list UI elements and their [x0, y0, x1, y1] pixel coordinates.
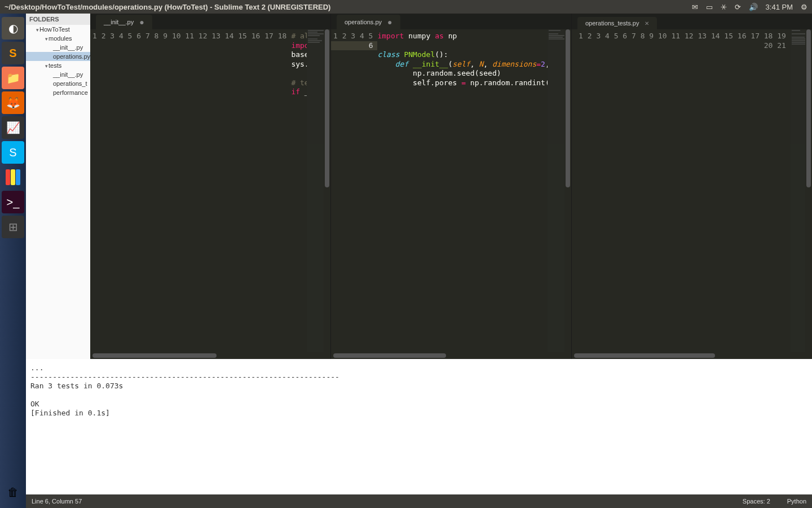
vertical-scrollbar[interactable] — [564, 29, 571, 352]
launcher-colors[interactable] — [2, 166, 24, 189]
menubar: ~/Desktop/HowToTest/modules/operations.p… — [0, 0, 812, 14]
launcher-terminal[interactable]: >_ — [2, 191, 24, 213]
clock[interactable]: 3:41 PM — [766, 3, 793, 11]
vertical-scrollbar[interactable] — [805, 29, 812, 352]
gutter: 1 2 3 4 5 6 7 8 9 10 11 12 13 14 15 16 1… — [572, 29, 791, 352]
volume-icon[interactable]: 🔊 — [749, 3, 758, 11]
launcher-files[interactable]: 📁 — [2, 67, 24, 89]
tabbar: operations.py● — [331, 14, 571, 29]
close-icon[interactable]: ✕ — [645, 20, 649, 27]
horizontal-scrollbar[interactable] — [90, 352, 330, 359]
sidebar-folder-modules[interactable]: ▾modules — [26, 34, 90, 43]
gear-icon[interactable]: ⚙ — [801, 3, 807, 11]
sidebar-file[interactable]: __init__.py — [26, 70, 90, 79]
launcher-skype[interactable]: S — [2, 141, 24, 164]
pane-3: operations_tests.py✕ 1 2 3 4 5 6 7 8 9 1… — [572, 14, 812, 359]
system-tray: ✉ ▭ ⚹ ⟳ 🔊 3:41 PM ⚙ — [692, 2, 807, 11]
launcher-trash[interactable]: 🗑 — [2, 481, 24, 503]
horizontal-scrollbar[interactable] — [572, 352, 812, 359]
pane-1: __init__.py● 1 2 3 4 5 6 7 8 9 10 11 12 … — [90, 14, 331, 359]
sidebar-project[interactable]: ▾HowToTest — [26, 25, 90, 34]
status-syntax[interactable]: Python — [787, 498, 806, 505]
launcher-firefox[interactable]: 🦊 — [2, 91, 24, 114]
vertical-scrollbar[interactable] — [324, 29, 330, 352]
sidebar-file[interactable]: __init__.py — [26, 43, 90, 52]
folder-sidebar: FOLDERS ▾HowToTest ▾modules __init__.py … — [26, 14, 90, 359]
editor-area[interactable]: 1 2 3 4 5 6 7 8 9 10 11 12 13 14 15 16 1… — [90, 29, 330, 352]
launcher-sublime[interactable]: S — [2, 42, 24, 64]
bluetooth-icon[interactable]: ⚹ — [721, 2, 727, 11]
mail-icon[interactable]: ✉ — [692, 3, 698, 11]
tab[interactable]: operations.py● — [337, 15, 400, 29]
editor-main: FOLDERS ▾HowToTest ▾modules __init__.py … — [26, 14, 812, 359]
sidebar-file[interactable]: operations_t — [26, 79, 90, 88]
build-output-panel[interactable]: ... ------------------------------------… — [26, 359, 812, 494]
tab[interactable]: __init__.py● — [96, 15, 152, 29]
status-position: Line 6, Column 57 — [32, 498, 82, 505]
launcher-dash[interactable]: ◐ — [2, 17, 24, 40]
editor-area[interactable]: 1 2 3 4 5 6 7 8 9 10 11 12 13 14 15 16 1… — [572, 29, 812, 352]
dirty-icon: ● — [387, 17, 392, 27]
sidebar-file-active[interactable]: operations.py — [26, 52, 90, 61]
tab[interactable]: operations_tests.py✕ — [577, 17, 657, 29]
tabbar: operations_tests.py✕ — [572, 14, 812, 29]
window-title: ~/Desktop/HowToTest/modules/operations.p… — [5, 3, 330, 11]
launcher-monitor[interactable]: 📈 — [2, 116, 24, 139]
launcher: ◐ S 📁 🦊 📈 S >_ ⊞ 🗑 — [0, 14, 26, 508]
editor-area[interactable]: 1 2 3 4 5 6 import numpy as np class PNM… — [331, 29, 571, 352]
horizontal-scrollbar[interactable] — [331, 352, 571, 359]
sidebar-header: FOLDERS — [26, 14, 90, 25]
pane-2: operations.py● 1 2 3 4 5 6 import numpy … — [331, 14, 572, 359]
gutter: 1 2 3 4 5 6 — [331, 29, 377, 352]
code[interactable]: # allow tests to access files as if on i… — [291, 29, 307, 352]
statusbar: Line 6, Column 57 Spaces: 2 Python — [26, 494, 812, 508]
launcher-workspace[interactable]: ⊞ — [2, 216, 24, 238]
gutter: 1 2 3 4 5 6 7 8 9 10 11 12 13 14 15 16 1… — [90, 29, 291, 352]
sidebar-file[interactable]: performance — [26, 88, 90, 97]
wifi-icon[interactable]: ⟳ — [735, 3, 741, 11]
battery-icon[interactable]: ▭ — [706, 3, 713, 11]
status-indent[interactable]: Spaces: 2 — [743, 498, 770, 505]
code[interactable]: import numpy as np class PNModel(): def … — [377, 29, 548, 352]
sidebar-folder-tests[interactable]: ▾tests — [26, 61, 90, 70]
tabbar: __init__.py● — [90, 14, 330, 29]
editor-panes: __init__.py● 1 2 3 4 5 6 7 8 9 10 11 12 … — [90, 14, 812, 359]
dirty-icon: ● — [139, 17, 144, 27]
